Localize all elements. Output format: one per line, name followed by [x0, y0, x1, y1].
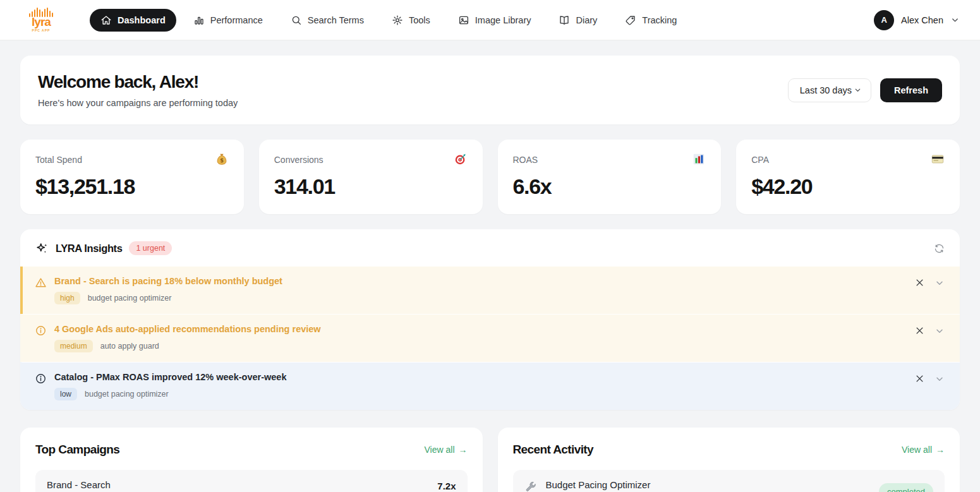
insight-source: auto apply guard: [100, 342, 159, 351]
money-bag-icon: $: [215, 152, 229, 166]
stat-card-total-spend: Total Spend $ $13,251.18: [20, 140, 244, 214]
stat-value: $13,251.18: [35, 174, 229, 199]
image-icon: [458, 15, 469, 26]
activity-name: Budget Pacing Optimizer: [546, 479, 685, 490]
dismiss-insight-button[interactable]: [915, 278, 924, 287]
user-menu[interactable]: A Alex Chen: [874, 10, 960, 30]
svg-text:$: $: [220, 157, 224, 164]
nav-item-image-library[interactable]: Image Library: [447, 9, 542, 32]
close-icon: [915, 326, 924, 335]
nav-label: Search Terms: [308, 15, 364, 25]
insight-title: Catalog - PMax ROAS improved 12% week-ov…: [54, 372, 915, 382]
date-range-value: Last 30 days: [800, 85, 852, 95]
page-subtitle: Here's how your campaigns are performing…: [38, 98, 238, 108]
campaign-name: Brand - Search: [47, 479, 111, 490]
nav-item-tracking[interactable]: Tracking: [614, 9, 687, 32]
severity-badge: high: [54, 292, 80, 304]
wrench-icon: [524, 481, 537, 492]
lyra-logo[interactable]: lyra PPC APP: [20, 8, 62, 32]
logo-subtitle: PPC APP: [32, 28, 51, 32]
campaign-list-item[interactable]: Brand - Search $7,952.58 spent 7.2x ROAS: [35, 470, 468, 492]
gear-icon: [392, 15, 403, 26]
nav-label: Image Library: [475, 15, 531, 25]
nav-label: Tracking: [642, 15, 677, 25]
insight-source: budget pacing optimizer: [88, 294, 172, 303]
user-name: Alex Chen: [901, 15, 943, 25]
nav-item-performance[interactable]: Performance: [183, 9, 274, 32]
insights-title: LYRA Insights: [56, 243, 122, 255]
stat-value: 314.01: [274, 174, 468, 199]
activity-list-item[interactable]: Budget Pacing Optimizer Reallocated $420…: [513, 470, 945, 492]
nav-item-tools[interactable]: Tools: [381, 9, 441, 32]
dismiss-insight-button[interactable]: [915, 374, 924, 383]
avatar: A: [874, 10, 894, 30]
urgent-badge: 1 urgent: [129, 241, 172, 255]
nav-item-search-terms[interactable]: Search Terms: [280, 9, 375, 32]
chevron-down-icon: [935, 326, 945, 336]
refresh-icon: [934, 243, 945, 254]
severity-badge: medium: [54, 340, 93, 352]
arrow-right-icon: →: [459, 445, 468, 455]
bottom-panels: Top Campaigns View all → Brand - Search …: [20, 428, 960, 492]
view-all-label: View all: [425, 445, 455, 455]
close-icon: [915, 374, 924, 383]
book-icon: [559, 15, 570, 26]
info-circle-icon: [35, 325, 47, 337]
main-menu: Dashboard Performance Search Terms Tools…: [90, 9, 687, 32]
info-circle-icon: [35, 373, 47, 385]
dismiss-insight-button[interactable]: [915, 326, 924, 335]
warning-triangle-icon: [35, 277, 47, 289]
view-all-activity-link[interactable]: View all →: [902, 445, 945, 455]
insight-row-medium[interactable]: 4 Google Ads auto-applied recommendation…: [20, 314, 960, 362]
lyra-insights-card: LYRA Insights 1 urgent Brand - Search is…: [20, 229, 960, 410]
expand-insight-button[interactable]: [935, 278, 945, 288]
insight-title: 4 Google Ads auto-applied recommendation…: [54, 324, 915, 334]
arrow-right-icon: →: [936, 445, 945, 455]
date-range-select[interactable]: Last 30 days: [788, 78, 871, 102]
view-all-campaigns-link[interactable]: View all →: [425, 445, 468, 455]
bar-chart-icon: [193, 15, 205, 26]
status-badge: completed: [879, 483, 933, 492]
insight-source: budget pacing optimizer: [85, 390, 169, 399]
stat-label: Total Spend: [35, 155, 82, 165]
stat-value: $42.20: [751, 174, 945, 199]
credit-card-icon: [931, 152, 945, 166]
chevron-down-icon: [935, 374, 945, 384]
view-all-label: View all: [902, 445, 932, 455]
insight-row-high[interactable]: Brand - Search is pacing 18% below month…: [20, 267, 960, 314]
nav-label: Dashboard: [118, 15, 166, 25]
dashboard-content: Welcome back, Alex! Here's how your camp…: [0, 40, 980, 492]
stat-label: ROAS: [513, 155, 538, 165]
nav-label: Tools: [409, 15, 430, 25]
sparkles-icon: [35, 242, 49, 255]
stat-label: Conversions: [274, 155, 324, 165]
stat-card-conversions: Conversions 314.01: [259, 140, 483, 214]
search-icon: [291, 15, 302, 26]
panel-title: Recent Activity: [513, 443, 594, 457]
expand-insight-button[interactable]: [935, 374, 945, 384]
chevron-down-icon: [935, 278, 945, 288]
nav-item-dashboard[interactable]: Dashboard: [90, 9, 176, 32]
insight-row-low[interactable]: Catalog - PMax ROAS improved 12% week-ov…: [20, 362, 960, 410]
insights-refresh-button[interactable]: [934, 243, 945, 254]
bar-chart-emoji-icon: [692, 152, 706, 166]
expand-insight-button[interactable]: [935, 326, 945, 336]
chevron-down-icon: [854, 86, 862, 94]
nav-label: Performance: [210, 15, 263, 25]
severity-badge: low: [54, 388, 77, 400]
stat-card-roas: ROAS 6.6x: [498, 140, 722, 214]
refresh-button[interactable]: Refresh: [880, 78, 942, 102]
campaign-roas-value: 7.2x: [433, 481, 456, 491]
top-navigation: lyra PPC APP Dashboard Performance Searc…: [0, 0, 980, 40]
nav-item-diary[interactable]: Diary: [548, 9, 608, 32]
close-icon: [915, 278, 924, 287]
stat-label: CPA: [751, 155, 769, 165]
panel-title: Top Campaigns: [35, 443, 119, 457]
logo-wordmark: lyra: [32, 16, 51, 28]
stat-card-cpa: CPA $42.20: [736, 140, 960, 214]
target-icon: [454, 152, 468, 166]
welcome-card: Welcome back, Alex! Here's how your camp…: [20, 56, 960, 124]
tag-icon: [625, 15, 636, 26]
insight-title: Brand - Search is pacing 18% below month…: [54, 276, 915, 286]
stat-value: 6.6x: [513, 174, 706, 199]
